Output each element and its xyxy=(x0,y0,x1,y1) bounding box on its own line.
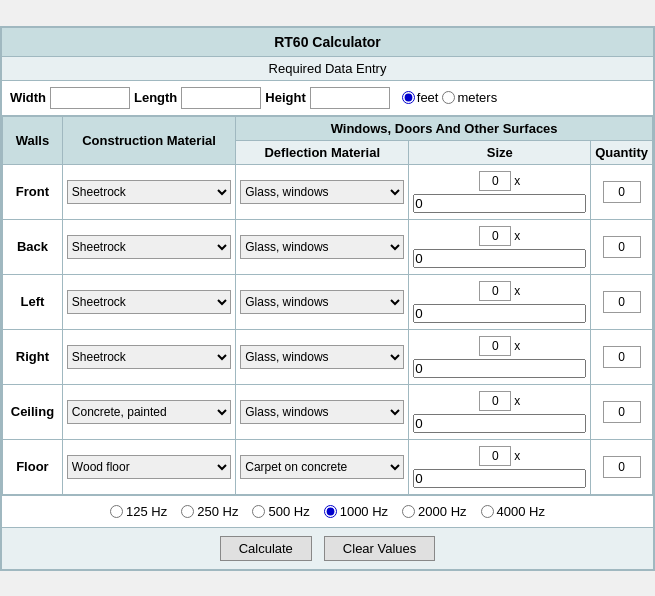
subtitle: Required Data Entry xyxy=(269,61,387,76)
freq-label-2000[interactable]: 2000 Hz xyxy=(402,504,466,519)
size-width-front[interactable] xyxy=(479,171,511,191)
quantity-cell-right xyxy=(591,329,653,384)
construction-cell-front: SheetrockConcrete, paintedConcrete block… xyxy=(62,164,235,219)
quantity-cell-back xyxy=(591,219,653,274)
size-x-separator: x xyxy=(514,394,520,408)
freq-text-1000: 1000 Hz xyxy=(340,504,388,519)
unit-meters-label[interactable]: meters xyxy=(442,90,497,105)
size-height-back[interactable] xyxy=(413,249,586,268)
height-input[interactable] xyxy=(310,87,390,109)
wall-label-floor: Floor xyxy=(3,439,63,494)
wall-label-back: Back xyxy=(3,219,63,274)
size-height-right[interactable] xyxy=(413,359,586,378)
freq-text-4000: 4000 Hz xyxy=(497,504,545,519)
wall-label-front: Front xyxy=(3,164,63,219)
freq-radio-250[interactable] xyxy=(181,505,194,518)
freq-radio-1000[interactable] xyxy=(324,505,337,518)
freq-radio-500[interactable] xyxy=(252,505,265,518)
width-input[interactable] xyxy=(50,87,130,109)
header-size: Size xyxy=(409,140,591,164)
size-width-left[interactable] xyxy=(479,281,511,301)
size-x-separator: x xyxy=(514,174,520,188)
quantity-cell-floor xyxy=(591,439,653,494)
construction-select-back[interactable]: SheetrockConcrete, paintedConcrete block… xyxy=(67,235,231,259)
unit-group: feet meters xyxy=(402,90,497,105)
deflection-select-right[interactable]: Glass, windowsCarpet on concreteAcoustic… xyxy=(240,345,404,369)
construction-select-front[interactable]: SheetrockConcrete, paintedConcrete block… xyxy=(67,180,231,204)
clear-button[interactable]: Clear Values xyxy=(324,536,435,561)
wall-label-left: Left xyxy=(3,274,63,329)
size-x-separator: x xyxy=(514,284,520,298)
size-x-separator: x xyxy=(514,449,520,463)
deflection-cell-front: Glass, windowsCarpet on concreteAcoustic… xyxy=(236,164,409,219)
quantity-input-right[interactable] xyxy=(603,346,641,368)
quantity-input-left[interactable] xyxy=(603,291,641,313)
title-bar: RT60 Calculator xyxy=(2,28,653,57)
deflection-select-floor[interactable]: Glass, windowsCarpet on concreteAcoustic… xyxy=(240,455,404,479)
freq-text-250: 250 Hz xyxy=(197,504,238,519)
construction-cell-floor: SheetrockConcrete, paintedConcrete block… xyxy=(62,439,235,494)
size-width-back[interactable] xyxy=(479,226,511,246)
calculate-button[interactable]: Calculate xyxy=(220,536,312,561)
size-x-separator: x xyxy=(514,339,520,353)
deflection-select-front[interactable]: Glass, windowsCarpet on concreteAcoustic… xyxy=(240,180,404,204)
header-construction: Construction Material xyxy=(62,116,235,164)
size-width-floor[interactable] xyxy=(479,446,511,466)
construction-select-left[interactable]: SheetrockConcrete, paintedConcrete block… xyxy=(67,290,231,314)
construction-cell-left: SheetrockConcrete, paintedConcrete block… xyxy=(62,274,235,329)
size-cell-floor: x xyxy=(409,439,591,494)
size-height-front[interactable] xyxy=(413,194,586,213)
wall-label-right: Right xyxy=(3,329,63,384)
freq-text-2000: 2000 Hz xyxy=(418,504,466,519)
unit-feet-label[interactable]: feet xyxy=(402,90,439,105)
construction-cell-right: SheetrockConcrete, paintedConcrete block… xyxy=(62,329,235,384)
header-deflection: Deflection Material xyxy=(236,140,409,164)
wall-label-ceiling: Ceiling xyxy=(3,384,63,439)
size-cell-ceiling: x xyxy=(409,384,591,439)
table-row: RightSheetrockConcrete, paintedConcrete … xyxy=(3,329,653,384)
quantity-input-ceiling[interactable] xyxy=(603,401,641,423)
quantity-cell-front xyxy=(591,164,653,219)
deflection-select-ceiling[interactable]: Glass, windowsCarpet on concreteAcoustic… xyxy=(240,400,404,424)
table-row: LeftSheetrockConcrete, paintedConcrete b… xyxy=(3,274,653,329)
unit-meters-radio[interactable] xyxy=(442,91,455,104)
deflection-select-left[interactable]: Glass, windowsCarpet on concreteAcoustic… xyxy=(240,290,404,314)
size-width-right[interactable] xyxy=(479,336,511,356)
subtitle-bar: Required Data Entry xyxy=(2,57,653,81)
frequency-row: 125 Hz250 Hz500 Hz1000 Hz2000 Hz4000 Hz xyxy=(2,495,653,528)
quantity-input-front[interactable] xyxy=(603,181,641,203)
deflection-cell-ceiling: Glass, windowsCarpet on concreteAcoustic… xyxy=(236,384,409,439)
size-height-left[interactable] xyxy=(413,304,586,323)
construction-select-ceiling[interactable]: SheetrockConcrete, paintedConcrete block… xyxy=(67,400,231,424)
button-row: Calculate Clear Values xyxy=(2,528,653,569)
freq-radio-125[interactable] xyxy=(110,505,123,518)
quantity-cell-left xyxy=(591,274,653,329)
unit-feet-radio[interactable] xyxy=(402,91,415,104)
deflection-cell-floor: Glass, windowsCarpet on concreteAcoustic… xyxy=(236,439,409,494)
dimensions-row: Width Length Height feet meters xyxy=(2,81,653,116)
freq-label-125[interactable]: 125 Hz xyxy=(110,504,167,519)
freq-label-1000[interactable]: 1000 Hz xyxy=(324,504,388,519)
table-row: FloorSheetrockConcrete, paintedConcrete … xyxy=(3,439,653,494)
length-label: Length xyxy=(134,90,177,105)
freq-label-4000[interactable]: 4000 Hz xyxy=(481,504,545,519)
size-height-floor[interactable] xyxy=(413,469,586,488)
size-height-ceiling[interactable] xyxy=(413,414,586,433)
size-cell-back: x xyxy=(409,219,591,274)
deflection-select-back[interactable]: Glass, windowsCarpet on concreteAcoustic… xyxy=(240,235,404,259)
quantity-input-back[interactable] xyxy=(603,236,641,258)
quantity-input-floor[interactable] xyxy=(603,456,641,478)
deflection-cell-right: Glass, windowsCarpet on concreteAcoustic… xyxy=(236,329,409,384)
length-input[interactable] xyxy=(181,87,261,109)
freq-text-125: 125 Hz xyxy=(126,504,167,519)
freq-radio-4000[interactable] xyxy=(481,505,494,518)
construction-select-right[interactable]: SheetrockConcrete, paintedConcrete block… xyxy=(67,345,231,369)
deflection-cell-left: Glass, windowsCarpet on concreteAcoustic… xyxy=(236,274,409,329)
freq-label-500[interactable]: 500 Hz xyxy=(252,504,309,519)
header-windows-group: Windows, Doors And Other Surfaces xyxy=(236,116,653,140)
table-row: FrontSheetrockConcrete, paintedConcrete … xyxy=(3,164,653,219)
freq-label-250[interactable]: 250 Hz xyxy=(181,504,238,519)
freq-radio-2000[interactable] xyxy=(402,505,415,518)
size-width-ceiling[interactable] xyxy=(479,391,511,411)
construction-select-floor[interactable]: SheetrockConcrete, paintedConcrete block… xyxy=(67,455,231,479)
